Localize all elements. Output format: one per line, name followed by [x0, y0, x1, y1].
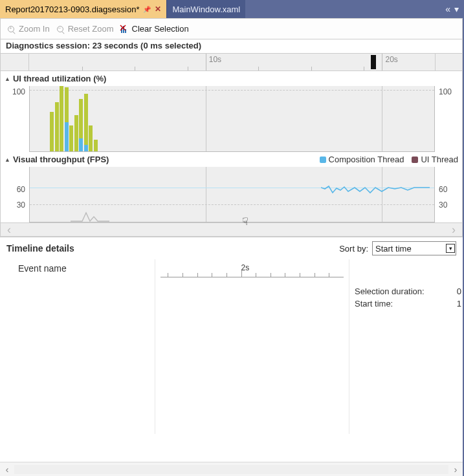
y-axis-100-r: 100: [439, 87, 452, 96]
event-name-column: Event name: [0, 259, 155, 434]
sort-by-label: Sort by:: [339, 244, 368, 254]
properties-panel: Selection duration: 0 Start time: 1: [349, 259, 463, 434]
selection-duration-label: Selection duration:: [355, 287, 425, 296]
ui-thread-section-header[interactable]: ▲ UI thread utilization (%): [1, 71, 462, 86]
visual-throughput-chart: 60 30 60 30: [1, 167, 462, 222]
event-timeline-column: 2s: [155, 259, 349, 434]
visual-throughput-header[interactable]: ▲ Visual throughput (FPS) Composition Th…: [1, 152, 462, 167]
y-axis-30: 30: [17, 200, 25, 210]
y-axis-30-r: 30: [439, 200, 447, 210]
scroll-left-icon[interactable]: ‹: [0, 464, 14, 475]
ui-thread-spike: [71, 210, 109, 222]
clear-selection-icon: [119, 24, 129, 34]
sort-by-combo[interactable]: Start time ▾: [372, 241, 456, 255]
timeline-marker[interactable]: [371, 55, 376, 69]
event-name-header: Event name: [18, 263, 155, 274]
y-axis-100: 100: [12, 87, 25, 96]
tab-label: MainWindow.xaml: [172, 5, 240, 14]
legend-comp-swatch: [320, 157, 326, 163]
tab-strip: Report20170213-0903.diagsession* 📌 ✕ Mai…: [0, 0, 463, 18]
ruler-tick-20s: 20s: [382, 54, 397, 70]
toolbar: Zoom In Reset Zoom Clear Selection: [1, 19, 462, 39]
zoom-in-label: Zoom In: [19, 24, 50, 34]
chart-nav-left-icon[interactable]: ‹: [7, 223, 11, 237]
tab-dropdown-icon[interactable]: ▾: [454, 4, 459, 14]
ruler-tick-10s: 10s: [206, 54, 221, 70]
timeline-details-header: Timeline details Sort by: Start time ▾: [0, 237, 463, 259]
y-axis-60-r: 60: [439, 185, 447, 194]
chart-nav: ‹ ›: [1, 222, 462, 237]
zoom-in-button: Zoom In: [6, 24, 50, 34]
tab-mainwindow[interactable]: MainWindow.xaml: [166, 0, 245, 18]
horizontal-scrollbar[interactable]: ‹ ›: [0, 462, 463, 476]
scroll-right-icon[interactable]: ›: [448, 464, 463, 475]
tab-label: Report20170213-0903.diagsession*: [5, 5, 139, 14]
start-time-label: Start time:: [355, 299, 393, 308]
reset-zoom-label: Reset Zoom: [68, 24, 114, 34]
detail-ruler[interactable]: 2s: [160, 263, 344, 277]
close-icon[interactable]: ✕: [155, 5, 161, 14]
session-summary: Diagnostics session: 23 seconds (0 ms se…: [1, 39, 462, 54]
visual-throughput-title: Visual throughput (FPS): [13, 155, 109, 164]
timeline-ruler[interactable]: 10s 20s: [1, 54, 462, 71]
legend-comp: Composition Thread: [329, 155, 404, 164]
scroll-tabs-icon[interactable]: «: [445, 4, 450, 14]
clear-selection-label: Clear Selection: [132, 24, 189, 34]
tab-diagsession[interactable]: Report20170213-0903.diagsession* 📌 ✕: [0, 0, 166, 18]
legend-ui-swatch: [412, 157, 418, 163]
timeline-details-title: Timeline details: [6, 243, 74, 254]
detail-ruler-2s: 2s: [241, 263, 250, 272]
sort-by-value: Start time: [375, 244, 412, 254]
start-time-value: 1: [457, 299, 461, 308]
ui-thread-chart: 100 100: [1, 86, 462, 152]
legend-ui: UI Thread: [421, 155, 458, 164]
y-axis-60: 60: [17, 185, 25, 194]
pin-icon[interactable]: 📌: [143, 6, 151, 13]
reset-zoom-button: Reset Zoom: [55, 24, 114, 34]
ui-thread-title: UI thread utilization (%): [13, 74, 106, 83]
chart-nav-right-icon[interactable]: ›: [452, 223, 456, 237]
chevron-down-icon: ▾: [446, 244, 455, 253]
collapse-icon: ▲: [5, 76, 10, 82]
fps-wiggle: [321, 182, 431, 198]
clear-selection-button[interactable]: Clear Selection: [119, 24, 189, 34]
timeline-details-body: Event name 2s Selection duration: 0 Star…: [0, 259, 463, 434]
collapse-icon: ▲: [5, 157, 10, 163]
selection-duration-value: 0: [457, 287, 461, 296]
